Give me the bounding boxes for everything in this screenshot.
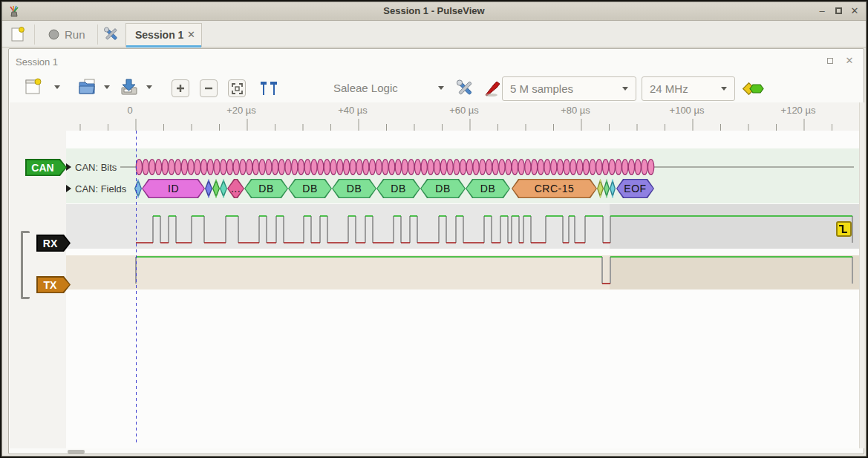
title-bar: Session 1 - PulseView – ✕ [2, 2, 866, 21]
decoder-field: CRC-15 [512, 179, 597, 198]
decoder-field-label: DB [420, 179, 466, 198]
vertical-scrollbar[interactable] [859, 102, 864, 448]
channels-probe-icon[interactable] [483, 78, 503, 98]
decoder-field-label [610, 179, 616, 198]
settings-wrench-icon[interactable] [103, 26, 120, 42]
tab-session-1[interactable]: Session 1 ✕ [125, 23, 202, 48]
tx-band-post-trigger [610, 255, 859, 289]
tab-label: Session 1 [135, 29, 183, 41]
close-button[interactable]: ✕ [846, 4, 863, 18]
open-file-icon[interactable] [77, 76, 98, 97]
ruler-label: +100 µs [670, 105, 705, 116]
decoder-field [610, 179, 616, 198]
decoder-field-label: ... [227, 179, 244, 198]
main-toolbar: Run Session 1 ✕ [2, 22, 866, 48]
expander-can-fields-icon[interactable] [66, 185, 71, 192]
sample-count-value: 5 M samples [510, 82, 573, 95]
decoder-field-label [597, 179, 604, 198]
decoder-field [212, 179, 220, 198]
horizontal-scrollbar-thumb[interactable] [68, 450, 85, 454]
decoder-field: DB [376, 179, 420, 198]
channel-tag-rx[interactable]: RX [36, 235, 71, 252]
channel-tag-tx[interactable]: TX [36, 276, 71, 293]
expander-can-bits-icon[interactable] [66, 163, 71, 171]
decoder-field-label [604, 179, 610, 198]
decoder-tag-label: CAN [25, 159, 60, 176]
sample-rate-combo[interactable]: 24 MHz [642, 76, 735, 101]
decoder-tag-can[interactable]: CAN [25, 159, 67, 176]
minimize-button[interactable]: – [814, 4, 830, 18]
sample-rate-value: 24 MHz [650, 82, 688, 95]
decoder-field [205, 179, 212, 198]
toolbar-separator [34, 24, 35, 45]
decoder-field: DB [466, 179, 510, 198]
decoder-field-label: DB [332, 179, 376, 198]
tab-close-icon[interactable]: ✕ [187, 29, 195, 40]
ruler-label: +40 µs [338, 105, 368, 116]
main-window: Session 1 - PulseView – ✕ Run Session 1 [1, 1, 867, 457]
open-dropdown-icon[interactable] [104, 85, 110, 89]
zoom-in-button[interactable] [172, 79, 189, 97]
session-window-title: Session 1 [16, 56, 58, 68]
float-window-icon[interactable] [823, 55, 837, 66]
row-label-can-bits[interactable]: CAN: Bits [75, 162, 117, 173]
session-close-icon[interactable]: ✕ [843, 55, 856, 66]
decoder-field [220, 179, 227, 198]
new-view-icon[interactable] [24, 77, 43, 96]
save-dropdown-icon[interactable] [146, 85, 152, 89]
plus-icon [175, 83, 186, 94]
decoder-field-label [220, 179, 227, 198]
zoom-fit-button[interactable] [228, 79, 246, 97]
session-window: Session 1 ✕ [8, 48, 864, 454]
decoder-field: EOF [616, 179, 654, 198]
zoom-out-button[interactable] [200, 79, 218, 97]
decoder-field [604, 179, 610, 198]
fit-corners-icon [232, 83, 243, 94]
ruler-label: 0 [127, 105, 132, 116]
window-title: Session 1 - PulseView [2, 5, 866, 16]
sample-count-combo[interactable]: 5 M samples [502, 76, 636, 101]
device-selector[interactable]: Saleae Logic [333, 82, 398, 94]
channel-tag-label: RX [36, 235, 64, 252]
trigger-marker-falling-edge-icon[interactable] [836, 221, 852, 237]
decoder-field-label: CRC-15 [512, 179, 597, 198]
maximize-button[interactable] [830, 4, 846, 18]
add-decoder-icon[interactable] [743, 82, 766, 96]
decoder-field-label: EOF [616, 179, 654, 198]
rx-band-post-trigger [610, 204, 859, 249]
device-dropdown-icon[interactable] [438, 86, 444, 90]
channel-group-bracket[interactable] [21, 231, 30, 299]
toolbar-separator [97, 24, 98, 45]
decoder-field: DB [244, 179, 288, 198]
sample-count-dropdown-icon [622, 87, 628, 91]
decoder-field-label [212, 179, 220, 198]
decoder-field-label: DB [244, 179, 288, 198]
tab-active-underline [126, 45, 201, 48]
decoder-field-label: ID [142, 179, 205, 198]
decoder-field: ID [142, 179, 205, 198]
decoder-field: DB [420, 179, 466, 198]
minus-icon [203, 83, 214, 94]
new-view-dropdown-icon[interactable] [54, 85, 60, 89]
channel-tag-label: TX [36, 276, 64, 293]
show-cursors-icon[interactable] [259, 79, 278, 97]
decoder-field-label: DB [376, 179, 420, 198]
ruler-label: +20 µs [226, 105, 256, 116]
time-zero-cursor[interactable] [136, 131, 137, 442]
ruler-label: +120 µs [781, 105, 816, 116]
decoder-field: ... [227, 179, 244, 198]
run-state-icon [48, 29, 59, 40]
save-file-icon[interactable] [119, 76, 140, 97]
decoder-field: DB [332, 179, 376, 198]
configure-device-icon[interactable] [455, 78, 475, 98]
run-button[interactable]: Run [41, 24, 93, 45]
decoder-field-label [205, 179, 212, 198]
run-label: Run [65, 28, 85, 41]
row-label-can-fields[interactable]: CAN: Fields [75, 183, 126, 194]
decoder-field-label: DB [466, 179, 510, 198]
decoder-field [597, 179, 604, 198]
ruler-label: +60 µs [449, 105, 479, 116]
ruler-label: +80 µs [561, 105, 590, 116]
new-session-icon[interactable] [10, 26, 26, 42]
sample-rate-dropdown-icon [721, 87, 727, 91]
